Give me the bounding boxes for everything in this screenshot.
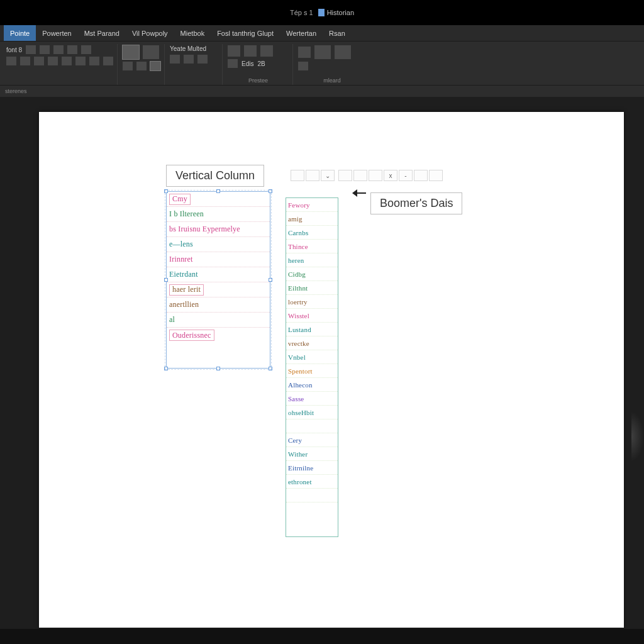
handwriting-text: amig [288,215,303,223]
ribbon-button[interactable] [89,57,99,65]
ribbon-button[interactable] [244,45,257,57]
mini-toolbar-button[interactable]: - [399,170,413,181]
ribbon-button[interactable] [26,45,36,54]
ribbon-button[interactable] [298,47,311,58]
ribbon-group-label [170,77,218,84]
mini-toolbar-button[interactable] [353,170,367,181]
boxed-cell: Ouderissnec [169,330,214,341]
edge-glow [631,411,644,462]
ribbon-button[interactable] [228,59,238,68]
ribbon-group-table: Edis 2B Prestee [224,44,293,85]
ribbon-button[interactable] [53,45,64,54]
ribbon-button[interactable] [103,57,113,65]
title-document-name: Historian [327,9,354,16]
ribbon-button[interactable] [123,62,133,70]
document-icon [318,9,325,16]
ribbon-button[interactable] [298,62,308,70]
mini-toolbar-button[interactable] [414,170,428,181]
ribbon-group-label: Prestee [228,77,289,84]
ribbon-button[interactable] [136,62,147,70]
ribbon-button[interactable] [184,55,194,64]
ribbon-button[interactable] [228,45,240,57]
close-icon[interactable]: x [384,170,397,181]
ribbon-button[interactable] [75,57,86,65]
mini-toolbar-button[interactable] [429,170,443,181]
floating-mini-toolbar: ⌄ x - [291,170,443,181]
mini-toolbar-button[interactable] [291,170,304,181]
list-row: amig [286,212,338,226]
handwriting-text: Ouderissnec [172,331,211,340]
list-row: Vnbel [286,350,338,364]
image-object-left-column[interactable]: CmyI b Iltereenbs Iruisnu Eypermelyee—le… [166,191,270,369]
mini-toolbar-button[interactable]: ⌄ [321,170,335,181]
text-box-boomer-data[interactable]: Boomer's Dais [370,192,462,214]
ribbon-button[interactable] [62,57,72,65]
resize-handle[interactable] [216,189,220,193]
ribbon-button[interactable] [40,45,50,54]
ribbon-button[interactable] [170,55,180,64]
italic-icon[interactable] [20,57,30,65]
ribbon-button[interactable] [143,45,159,59]
ribbon-tab-6[interactable]: Wertertan [280,25,323,41]
ribbon-tab-7[interactable]: Rsan [323,25,352,41]
document-area[interactable]: Vertical Column ⌄ x - Boomer's Dais [0,97,644,629]
resize-handle[interactable] [164,367,168,370]
ribbon-group-title: Yeate Multed [170,45,206,52]
list-row: ohseHbit [286,406,338,419]
list-row: vrectke [286,336,338,350]
handwriting-text: Fewory [288,201,310,209]
table-icon[interactable] [260,45,273,57]
handwriting-text: Irinnret [169,255,193,264]
ribbon-tab-4[interactable]: Mietbok [174,25,211,41]
resize-handle[interactable] [269,367,272,370]
resize-handle[interactable] [164,189,168,193]
list-row: haer lerit [167,282,270,297]
list-row: bs Iruisnu Eypermelye [167,222,270,237]
ribbon-group-label: mleard [298,77,366,84]
handwriting-text: haer lerit [172,285,201,294]
ribbon-tab-home[interactable]: Pointe [4,25,36,41]
ribbon-button[interactable] [150,62,160,70]
bold-icon[interactable] [6,57,16,65]
ribbon-button[interactable] [335,45,351,59]
page-canvas[interactable]: Vertical Column ⌄ x - Boomer's Dais [39,112,624,628]
ribbon-tab-5[interactable]: Fosl tanthrig Glupt [211,25,280,41]
text-box-vertical-column[interactable]: Vertical Column [166,165,264,187]
list-row: heren [286,253,338,267]
ribbon-tab-2[interactable]: Mst Parand [78,25,126,41]
mini-toolbar-button[interactable] [338,170,352,181]
underline-icon[interactable] [34,57,44,65]
list-row: loertry [286,295,338,309]
ribbon-button[interactable] [314,45,331,59]
list-row: al [167,313,270,328]
list-row: Eilthnt [286,281,338,295]
ribbon-button[interactable] [81,45,91,54]
boxed-cell: haer lerit [169,284,204,296]
ribbon-button[interactable] [48,57,58,65]
list-row [286,502,338,516]
list-row [286,419,338,433]
ribbon-button[interactable] [67,45,77,54]
ribbon-font-name[interactable]: font 8 [6,47,22,53]
resize-handle[interactable] [164,278,168,282]
handwriting-text: Thince [288,243,308,250]
ribbon-body: font 8 [0,42,644,86]
ribbon-label: Edis [242,60,253,67]
mini-toolbar-button[interactable] [306,170,319,181]
resize-handle[interactable] [269,189,272,193]
ribbon-button[interactable] [123,45,139,59]
handwriting-text: loertry [288,298,308,306]
ribbon-group-styles: Yeate Multed [166,44,223,85]
handwriting-text: anertllien [169,300,199,309]
handwriting-text: vrectke [288,340,309,347]
image-object-right-column[interactable]: FeworyamigCarnbsThinceherenCidbgEilthntl… [286,197,338,537]
resize-handle[interactable] [269,278,272,282]
list-row: Carnbs [286,226,338,240]
handwriting-text: Cery [288,436,302,444]
ribbon-tab-1[interactable]: Powerten [36,25,77,41]
handwriting-text: ohseHbit [288,409,314,416]
ribbon-tab-3[interactable]: Vil Powpoly [126,25,174,41]
ribbon-button[interactable] [197,55,208,64]
resize-handle[interactable] [216,367,220,370]
mini-toolbar-button[interactable] [369,170,382,181]
